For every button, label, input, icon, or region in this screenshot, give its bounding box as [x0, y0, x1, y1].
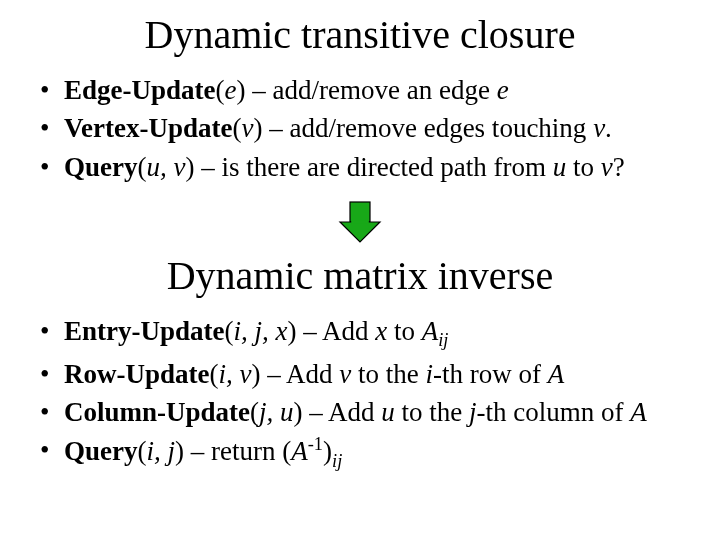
section1-list: Edge-Update(e) – add/remove an edge e Ve…: [30, 72, 690, 185]
section1-title: Dynamic transitive closure: [30, 12, 690, 58]
desc-text: – add/remove edges touching: [262, 113, 593, 143]
op-args: u, v: [147, 152, 186, 182]
svg-marker-1: [340, 222, 380, 242]
op-name: Entry-Update: [64, 316, 225, 346]
list-item: Query(i, j) – return (A-1)ij: [38, 432, 690, 473]
op-name: Query: [64, 436, 138, 466]
list-item: Edge-Update(e) – add/remove an edge e: [38, 72, 690, 108]
op-args: i, j, x: [234, 316, 288, 346]
desc-text: – is there are directed path from: [194, 152, 552, 182]
op-name: Query: [64, 152, 138, 182]
svg-rect-2: [351, 221, 369, 223]
op-args: v: [241, 113, 253, 143]
op-args: j, u: [259, 397, 294, 427]
section2-title: Dynamic matrix inverse: [30, 253, 690, 299]
list-item: Query(u, v) – is there are directed path…: [38, 149, 690, 185]
svg-rect-0: [350, 202, 370, 222]
list-item: Vertex-Update(v) – add/remove edges touc…: [38, 110, 690, 146]
list-item: Entry-Update(i, j, x) – Add x to Aij: [38, 313, 690, 353]
list-item: Column-Update(j, u) – Add u to the j-th …: [38, 394, 690, 430]
desc-var: v: [593, 113, 605, 143]
slide: Dynamic transitive closure Edge-Update(e…: [0, 0, 720, 540]
op-args: e: [225, 75, 237, 105]
list-item: Row-Update(i, v) – Add v to the i-th row…: [38, 356, 690, 392]
op-name: Row-Update: [64, 359, 210, 389]
desc-var: v: [601, 152, 613, 182]
op-args: i, v: [219, 359, 252, 389]
op-name: Edge-Update: [64, 75, 216, 105]
op-name: Vertex-Update: [64, 113, 232, 143]
section2-list: Entry-Update(i, j, x) – Add x to Aij Row…: [30, 313, 690, 473]
desc-var: u: [553, 152, 567, 182]
down-arrow-icon: [30, 199, 690, 249]
op-name: Column-Update: [64, 397, 250, 427]
desc-var: e: [497, 75, 509, 105]
desc-text: – add/remove an edge: [246, 75, 497, 105]
op-args: i, j: [147, 436, 176, 466]
